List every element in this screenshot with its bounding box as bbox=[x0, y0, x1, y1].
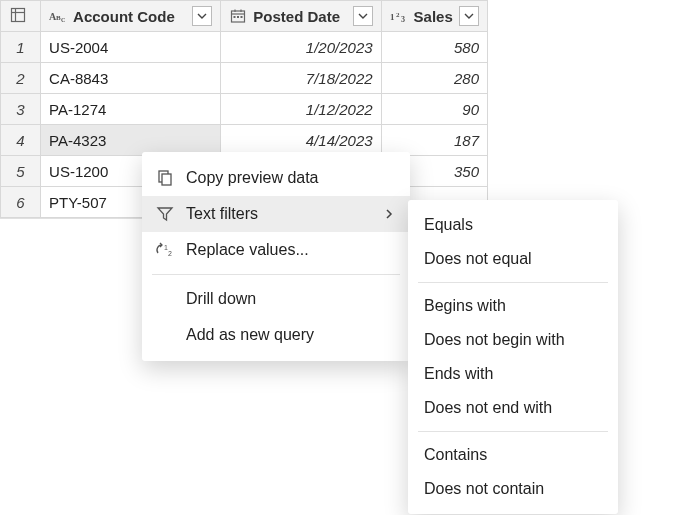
menu-label: Copy preview data bbox=[186, 169, 396, 187]
replace-icon: 12 bbox=[154, 239, 176, 261]
chevron-down-icon bbox=[358, 11, 368, 21]
menu-text-filters[interactable]: Text filters bbox=[142, 196, 410, 232]
table-row[interactable]: 3 PA-1274 1/12/2022 90 bbox=[1, 94, 488, 125]
menu-separator bbox=[152, 274, 400, 275]
menu-label: Does not contain bbox=[424, 480, 602, 498]
row-number: 2 bbox=[1, 63, 41, 94]
menu-label: Begins with bbox=[424, 297, 602, 315]
svg-rect-0 bbox=[12, 9, 25, 22]
column-header-account[interactable]: ABC Account Code bbox=[41, 1, 221, 32]
column-header-posted[interactable]: Posted Date bbox=[221, 1, 381, 32]
svg-text:2: 2 bbox=[168, 250, 172, 257]
column-label: Sales bbox=[414, 8, 453, 25]
menu-replace-values[interactable]: 12 Replace values... bbox=[142, 232, 410, 268]
cell-date[interactable]: 7/18/2022 bbox=[221, 63, 381, 94]
menu-label: Add as new query bbox=[186, 326, 396, 344]
table-row[interactable]: 2 CA-8843 7/18/2022 280 bbox=[1, 63, 488, 94]
table-icon bbox=[9, 6, 27, 24]
cell-date[interactable]: 1/12/2022 bbox=[221, 94, 381, 125]
row-number: 4 bbox=[1, 125, 41, 156]
text-filters-submenu: Equals Does not equal Begins with Does n… bbox=[408, 200, 618, 514]
blank-icon bbox=[154, 324, 176, 346]
menu-separator bbox=[418, 431, 608, 432]
menu-label: Ends with bbox=[424, 365, 602, 383]
column-header-sales[interactable]: 123 Sales bbox=[381, 1, 487, 32]
column-label: Account Code bbox=[73, 8, 186, 25]
cell-date[interactable]: 1/20/2023 bbox=[221, 32, 381, 63]
svg-marker-18 bbox=[158, 208, 172, 220]
row-number-header[interactable] bbox=[1, 1, 41, 32]
menu-label: Does not equal bbox=[424, 250, 602, 268]
row-number: 5 bbox=[1, 156, 41, 187]
column-filter-button[interactable] bbox=[353, 6, 373, 26]
table-row[interactable]: 4 PA-4323 4/14/2023 187 bbox=[1, 125, 488, 156]
menu-drill-down[interactable]: Drill down bbox=[142, 281, 410, 317]
blank-icon bbox=[154, 288, 176, 310]
menu-label: Does not begin with bbox=[424, 331, 602, 349]
number-type-icon: 123 bbox=[390, 7, 408, 25]
svg-text:C: C bbox=[61, 17, 65, 23]
filter-icon bbox=[154, 203, 176, 225]
svg-rect-12 bbox=[241, 16, 243, 18]
svg-rect-10 bbox=[234, 16, 236, 18]
cell-sales[interactable]: 280 bbox=[381, 63, 487, 94]
menu-separator bbox=[418, 282, 608, 283]
cell-account[interactable]: CA-8843 bbox=[41, 63, 221, 94]
cell-account[interactable]: PA-4323 bbox=[41, 125, 221, 156]
row-number: 1 bbox=[1, 32, 41, 63]
date-type-icon bbox=[229, 7, 247, 25]
svg-text:1: 1 bbox=[390, 12, 395, 22]
filter-equals[interactable]: Equals bbox=[408, 208, 618, 242]
chevron-down-icon bbox=[197, 11, 207, 21]
menu-label: Drill down bbox=[186, 290, 396, 308]
filter-does-not-equal[interactable]: Does not equal bbox=[408, 242, 618, 276]
svg-rect-17 bbox=[162, 174, 171, 185]
filter-begins-with[interactable]: Begins with bbox=[408, 289, 618, 323]
cell-sales[interactable]: 580 bbox=[381, 32, 487, 63]
context-menu: Copy preview data Text filters 12 Replac… bbox=[142, 152, 410, 361]
row-number: 6 bbox=[1, 187, 41, 218]
menu-label: Equals bbox=[424, 216, 602, 234]
filter-ends-with[interactable]: Ends with bbox=[408, 357, 618, 391]
column-label: Posted Date bbox=[253, 8, 346, 25]
menu-copy-preview-data[interactable]: Copy preview data bbox=[142, 160, 410, 196]
menu-label: Text filters bbox=[186, 205, 372, 223]
cell-account[interactable]: US-2004 bbox=[41, 32, 221, 63]
cell-sales[interactable]: 90 bbox=[381, 94, 487, 125]
text-type-icon: ABC bbox=[49, 7, 67, 25]
filter-does-not-end-with[interactable]: Does not end with bbox=[408, 391, 618, 425]
cell-account[interactable]: PA-1274 bbox=[41, 94, 221, 125]
svg-rect-11 bbox=[237, 16, 239, 18]
menu-label: Does not end with bbox=[424, 399, 602, 417]
svg-text:2: 2 bbox=[396, 11, 400, 19]
chevron-down-icon bbox=[464, 11, 474, 21]
cell-date[interactable]: 4/14/2023 bbox=[221, 125, 381, 156]
table-row[interactable]: 1 US-2004 1/20/2023 580 bbox=[1, 32, 488, 63]
menu-label: Contains bbox=[424, 446, 602, 464]
copy-icon bbox=[154, 167, 176, 189]
cell-sales[interactable]: 187 bbox=[381, 125, 487, 156]
filter-does-not-contain[interactable]: Does not contain bbox=[408, 472, 618, 506]
filter-does-not-begin-with[interactable]: Does not begin with bbox=[408, 323, 618, 357]
svg-text:3: 3 bbox=[401, 15, 405, 23]
column-filter-button[interactable] bbox=[192, 6, 212, 26]
column-filter-button[interactable] bbox=[459, 6, 479, 26]
menu-add-as-new-query[interactable]: Add as new query bbox=[142, 317, 410, 353]
menu-label: Replace values... bbox=[186, 241, 396, 259]
filter-contains[interactable]: Contains bbox=[408, 438, 618, 472]
chevron-right-icon bbox=[382, 208, 396, 220]
row-number: 3 bbox=[1, 94, 41, 125]
